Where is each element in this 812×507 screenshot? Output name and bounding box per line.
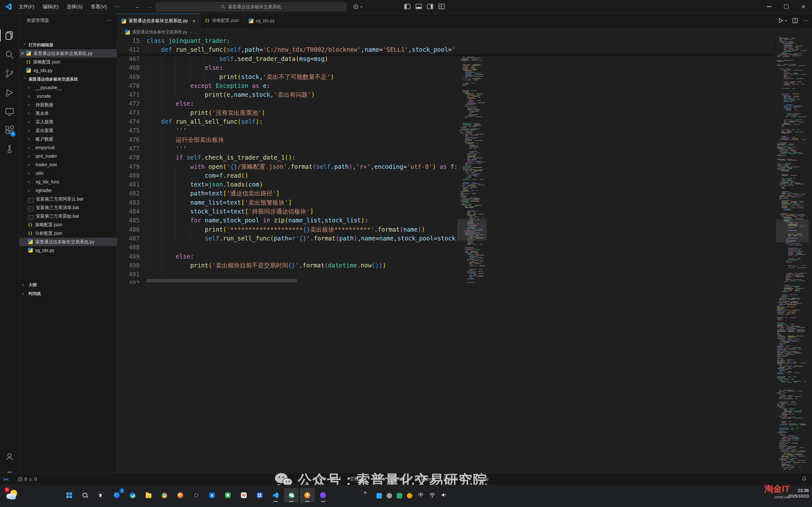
code-line-text[interactable]: ''' — [147, 144, 456, 153]
explorer-icon[interactable] — [4, 31, 15, 41]
taskbar-app-bolt[interactable] — [300, 488, 315, 503]
close-editor-icon[interactable]: ✕ — [19, 49, 26, 58]
code-line[interactable]: 472 else: — [117, 99, 774, 108]
tree-file[interactable]: 索普通达信多板块交易系统.py — [19, 238, 117, 246]
section-open-editors[interactable]: › 打开的编辑器 — [19, 41, 120, 49]
code-line[interactable]: 468 else: — [117, 63, 774, 72]
code-line[interactable]: 481 text=json.loads(com) — [117, 180, 774, 189]
line-number[interactable]: 484 — [117, 207, 140, 216]
tree-folder[interactable]: ›卖出股票 — [19, 126, 117, 135]
sticky-scroll[interactable]: 15class joinquant_trader:412 def run_sel… — [117, 36, 774, 54]
line-number[interactable]: 487 — [117, 234, 140, 243]
tree-file[interactable]: xg_tdx.py — [19, 246, 117, 255]
taskbar-app-green[interactable] — [221, 488, 235, 503]
code-line-text[interactable]: 运行全部卖出板块 — [147, 135, 456, 144]
problems-status[interactable]: 0 ⚠ 0 — [18, 473, 37, 485]
tree-folder[interactable]: ›qmt_trader — [19, 152, 117, 161]
code-line[interactable]: 488 — [117, 243, 774, 251]
tray-icon-blue[interactable] — [376, 493, 382, 498]
taskbar-edge[interactable] — [125, 488, 140, 503]
line-number[interactable]: 480 — [117, 171, 140, 180]
customize-layout-icon[interactable] — [438, 3, 445, 10]
section-outline[interactable]: › 大纲 — [19, 280, 120, 289]
tree-folder[interactable]: ›买入股票 — [19, 118, 117, 126]
code-line[interactable]: 469 print(stock,'卖出不了可能数量不足') — [117, 72, 774, 81]
line-number[interactable]: 475 — [117, 126, 140, 135]
line-number[interactable]: 473 — [117, 108, 140, 117]
section-project[interactable]: › 索普通达信多板块交易系统 — [19, 75, 120, 83]
line-number[interactable]: 470 — [117, 81, 140, 90]
code-line[interactable]: 482 path=text['通达信卖出路径'] — [117, 189, 774, 198]
wifi-icon[interactable] — [429, 492, 436, 498]
code-line-text[interactable]: print('********************{}卖出板块*******… — [147, 225, 456, 234]
weather-widget[interactable]: 5 — [6, 489, 19, 502]
taskbar-search[interactable] — [78, 488, 92, 503]
maximize-button[interactable] — [778, 0, 795, 13]
code-line[interactable]: 474 def run_all_sell_func(self): — [117, 117, 774, 126]
line-number[interactable]: 467 — [117, 54, 140, 63]
account-icon[interactable] — [4, 451, 15, 462]
forward-arrow[interactable]: → — [144, 0, 155, 13]
code-line[interactable]: 486 print('********************{}卖出板块***… — [117, 225, 774, 234]
tab-索普通达信多板块交易系统.py[interactable]: 索普通达信多板块交易系统.py✕ — [117, 13, 201, 28]
code-line-text[interactable]: path=text['通达信卖出路径'] — [147, 189, 456, 198]
tree-folder[interactable]: ›__pycache__ — [19, 83, 117, 92]
taskbar-task-view[interactable] — [94, 488, 108, 503]
copilot-icon[interactable] — [353, 3, 367, 11]
line-number[interactable]: 15 — [117, 36, 140, 45]
code-line[interactable]: 476 运行全部卖出板块 — [117, 135, 774, 144]
code-line-text[interactable]: print(stock,'卖出不了可能数量不足') — [147, 72, 456, 81]
code-line-text[interactable]: ''' — [147, 126, 456, 135]
line-number[interactable]: 479 — [117, 162, 140, 171]
taskbar-file-explorer[interactable] — [141, 488, 156, 503]
volume-icon[interactable] — [441, 492, 447, 498]
line-number[interactable]: 481 — [117, 180, 140, 189]
code-line[interactable]: 15class joinquant_trader: — [117, 36, 774, 45]
run-button[interactable] — [778, 18, 787, 23]
code-line-text[interactable] — [147, 270, 456, 279]
taskbar-vscode[interactable] — [268, 488, 283, 503]
code-line-text[interactable]: def run_sell_func(self,path='C:/new_tdx/… — [147, 45, 456, 54]
code-line[interactable]: 489 else: — [117, 252, 774, 261]
code-line[interactable]: 490 print('卖出模块目前不是交易时间{}'.format(dateti… — [117, 261, 774, 270]
code-line-text[interactable]: else: — [147, 99, 456, 108]
search-icon[interactable] — [4, 50, 15, 60]
tray-icon-orange[interactable] — [407, 493, 412, 498]
tree-file[interactable]: >_安装第三方库清华.bat — [19, 204, 117, 212]
line-number[interactable]: 471 — [117, 90, 140, 99]
code-line[interactable]: 473 print('没有卖出股票池') — [117, 108, 774, 117]
clock[interactable]: 23:36 2025/10/23 — [788, 488, 809, 499]
breadcrumb-more[interactable]: … — [194, 28, 198, 36]
menu-item-V[interactable]: 查看(V) — [87, 0, 111, 13]
line-number[interactable]: 485 — [117, 216, 140, 225]
code-editor[interactable]: 467 self.seed_trader_data(msg=msg)468 el… — [117, 54, 774, 283]
tree-folder[interactable]: ›黑名单 — [19, 109, 117, 118]
toggle-panel-icon[interactable] — [415, 3, 422, 10]
code-line-text[interactable]: print(e,name,stock,'卖出有问题') — [147, 90, 456, 99]
tree-folder[interactable]: ›xg_tdx_func — [19, 178, 117, 186]
line-number[interactable]: 468 — [117, 63, 140, 72]
back-arrow[interactable]: ← — [132, 0, 143, 13]
open-editor-item[interactable]: {}策略配置.json — [19, 58, 117, 66]
code-line[interactable]: 479 with open('{}/策略配置.json'.format(self… — [117, 162, 774, 171]
code-line-text[interactable]: except Exception as e: — [147, 81, 456, 90]
code-line-text[interactable]: print('没有卖出股票池') — [147, 108, 456, 117]
tree-folder[interactable]: ›账户数据 — [19, 135, 117, 144]
breadcrumb[interactable]: 索普通达信多板块交易系统.py › … — [117, 28, 812, 36]
taskbar-browser-orange[interactable] — [173, 488, 187, 503]
command-center-search[interactable]: 索普通达信多板块交易系统 — [156, 2, 347, 11]
tree-folder[interactable]: ›xgtrader — [19, 186, 117, 195]
line-number[interactable]: 482 — [117, 189, 140, 198]
testing-icon[interactable] — [4, 144, 15, 154]
breadcrumb-file[interactable]: 索普通达信多板块交易系统.py — [132, 28, 187, 36]
line-number[interactable]: 483 — [117, 198, 140, 207]
taskbar-wechat[interactable] — [284, 488, 299, 503]
code-line[interactable]: 477 ''' — [117, 144, 774, 153]
close-button[interactable]: ✕ — [795, 0, 812, 13]
line-number[interactable]: 412 — [117, 45, 140, 54]
code-line[interactable]: 471 print(e,name,stock,'卖出有问题') — [117, 90, 774, 99]
minimize-button[interactable] — [761, 0, 778, 13]
code-line-text[interactable]: stock_list=text['持股同步通达信板块'] — [147, 207, 456, 216]
line-number[interactable]: 472 — [117, 99, 140, 108]
code-line-text[interactable]: with open('{}/策略配置.json'.format(self.pat… — [147, 162, 456, 171]
